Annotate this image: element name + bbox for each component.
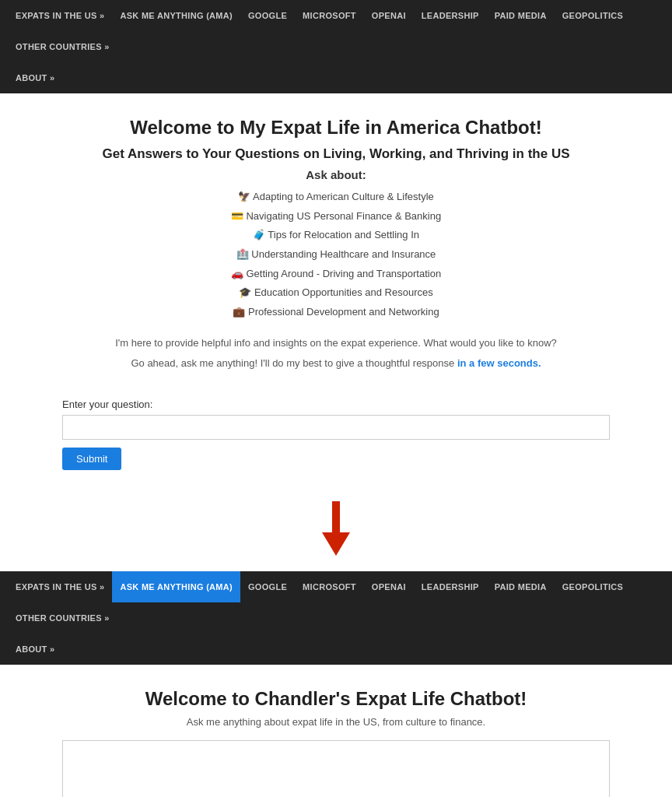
section-chatbot-intro: Welcome to My Expat Life in America Chat… [0, 93, 672, 391]
topic-item-1: 🦅 Adapting to American Culture & Lifesty… [62, 188, 610, 207]
nav-item-ama-1[interactable]: ASK ME ANYTHING (AMA) [112, 0, 240, 31]
nav-item-geopolitics-2[interactable]: GEOPOLITICS [555, 571, 631, 602]
nav-item-paid-media-2[interactable]: PAID MEDIA [487, 571, 555, 602]
section1-ask-about: Ask about: [62, 168, 610, 181]
nav-item-about-2[interactable]: ABOUT » [8, 634, 62, 665]
topic-item-6: 🎓 Education Opportunities and Resources [62, 283, 610, 303]
link-text: in a few seconds. [457, 357, 541, 369]
nav-item-leadership-1[interactable]: LEADERSHIP [414, 0, 487, 31]
topic-item-5: 🚗 Getting Around - Driving and Transport… [62, 265, 610, 284]
arrow-shaft [332, 501, 340, 532]
section-chatbot-2: Welcome to Chandler's Expat Life Chatbot… [0, 665, 672, 797]
nav-row-2: EXPATS IN THE US » ASK ME ANYTHING (AMA)… [8, 571, 664, 634]
down-arrow [322, 501, 350, 556]
nav-item-ama-2[interactable]: ASK ME ANYTHING (AMA) [112, 571, 240, 602]
arrow-head [322, 532, 350, 556]
nav-row-1b: ABOUT » [8, 62, 664, 93]
section1-title: Welcome to My Expat Life in America Chat… [62, 117, 610, 139]
question-input-1[interactable] [62, 415, 610, 440]
nav-row-2b: ABOUT » [8, 634, 664, 665]
form-label-1: Enter your question: [62, 398, 610, 410]
section1-subtitle: Get Answers to Your Questions on Living,… [62, 146, 610, 162]
topic-item-3: 🧳 Tips for Relocation and Settling In [62, 226, 610, 245]
nav-item-other-countries-1[interactable]: OTHER COUNTRIES » [8, 31, 117, 62]
nav-item-geopolitics-1[interactable]: GEOPOLITICS [555, 0, 631, 31]
description1: I'm here to provide helpful info and ins… [62, 335, 610, 352]
nav-item-paid-media-1[interactable]: PAID MEDIA [487, 0, 555, 31]
nav-item-microsoft-2[interactable]: MICROSOFT [295, 571, 364, 602]
nav-bar-2: EXPATS IN THE US » ASK ME ANYTHING (AMA)… [0, 571, 672, 665]
topic-item-7: 💼 Professional Development and Networkin… [62, 303, 610, 322]
nav-item-about-1[interactable]: ABOUT » [8, 62, 62, 93]
nav-item-other-countries-2[interactable]: OTHER COUNTRIES » [8, 602, 117, 634]
section2-description: Ask me anything about expat life in the … [62, 716, 610, 728]
nav-item-google-2[interactable]: GOOGLE [240, 571, 295, 602]
arrow-container [0, 493, 672, 571]
nav-item-microsoft-1[interactable]: MICROSOFT [295, 0, 364, 31]
section2-title: Welcome to Chandler's Expat Life Chatbot… [62, 688, 610, 710]
nav-item-openai-2[interactable]: OPENAI [364, 571, 414, 602]
form-area-1: Enter your question: Submit [0, 391, 672, 493]
topic-item-4: 🏥 Understanding Healthcare and Insurance [62, 245, 610, 265]
nav-item-expats-1[interactable]: EXPATS IN THE US » [8, 0, 112, 31]
nav-bar-1: EXPATS IN THE US » ASK ME ANYTHING (AMA)… [0, 0, 672, 93]
nav-row-1: EXPATS IN THE US » ASK ME ANYTHING (AMA)… [8, 0, 664, 62]
nav-item-leadership-2[interactable]: LEADERSHIP [414, 571, 487, 602]
nav-item-expats-2[interactable]: EXPATS IN THE US » [8, 571, 112, 602]
chat-box[interactable] [62, 740, 610, 797]
nav-item-google-1[interactable]: GOOGLE [240, 0, 295, 31]
topic-item-2: 💳 Navigating US Personal Finance & Banki… [62, 207, 610, 226]
description2-text: Go ahead, ask me anything! I'll do my be… [131, 357, 454, 369]
topic-list: 🦅 Adapting to American Culture & Lifesty… [62, 188, 610, 322]
description2: Go ahead, ask me anything! I'll do my be… [62, 355, 610, 372]
submit-button-1[interactable]: Submit [62, 448, 121, 470]
nav-item-openai-1[interactable]: OPENAI [364, 0, 414, 31]
